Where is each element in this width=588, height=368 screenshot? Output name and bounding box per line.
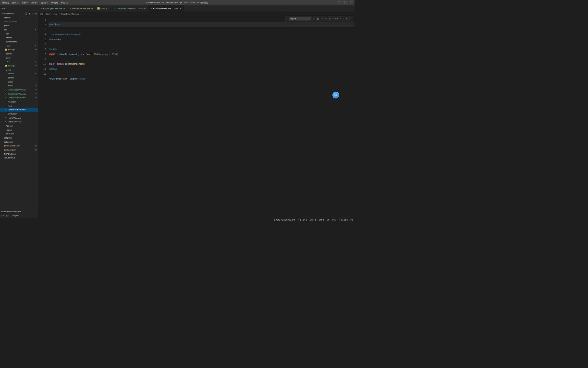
js-file-icon (5, 48, 7, 51)
explorer-header[interactable]: UE3-MANAGE (0, 12, 38, 16)
find-prev-icon[interactable]: ↑ (339, 18, 341, 20)
git-status-badge: M (35, 49, 36, 51)
project-name: UE3-MANAGE (1, 13, 14, 15)
tree-item[interactable]: index.html (0, 140, 38, 144)
tree-item[interactable]: map (0, 104, 38, 108)
tree-item[interactable]: node_modules (0, 20, 38, 24)
tree-item[interactable]: VExcelIndexView.vue (0, 108, 38, 112)
refresh-icon[interactable] (32, 13, 34, 15)
tree-item[interactable]: VLoginView.vue (0, 120, 38, 124)
menu-edit[interactable]: 编辑(E) (1, 0, 10, 5)
tree-item[interactable]: api (0, 32, 38, 36)
tree-item[interactable]: package-lock.jsonM (0, 144, 38, 148)
tree-item[interactable]: gitignore (0, 136, 38, 140)
find-filter-icon[interactable]: ≡ (346, 18, 348, 20)
status-ts[interactable]: TS (350, 219, 353, 221)
menu-select[interactable]: 选择(S) (10, 0, 20, 5)
menu-terminal[interactable]: 终端(T) (50, 0, 59, 5)
vue-file-icon: V (5, 117, 7, 119)
tree-item[interactable]: index.jsU (0, 64, 38, 68)
status-encoding[interactable]: UTF-8 (318, 219, 324, 221)
statusbar: Auto Format Vue: Off 行 1，列 1 空格: 2 UTF-8… (0, 217, 354, 222)
tree-item[interactable]: index.jsM (0, 48, 38, 52)
component-preview-header[interactable]: OMPONENT PREVIEW (0, 210, 38, 214)
breadcrumbs[interactable]: src›views›map›V ExcelIndexView.vue›... (38, 12, 354, 16)
folder-icon (5, 84, 7, 87)
tree-item[interactable]: editor (0, 80, 38, 84)
new-file-icon[interactable] (25, 13, 27, 15)
tree-item[interactable]: service (0, 52, 38, 56)
status-cursor-pos[interactable]: 行 1，列 1 (298, 218, 307, 221)
tree-item[interactable]: components (0, 40, 38, 44)
layout-toggle-panel-icon[interactable] (337, 2, 340, 4)
find-next-icon[interactable]: ↓ (342, 18, 344, 20)
find-toggle-icon[interactable]: › (286, 18, 288, 20)
menu-view[interactable]: 查看(V) (20, 0, 30, 5)
whole-word-icon[interactable]: ab (316, 17, 319, 20)
minimap[interactable] (352, 22, 354, 34)
tree-item[interactable]: src (0, 28, 38, 32)
tree-item[interactable]: main.js (0, 128, 38, 132)
new-folder-icon[interactable] (29, 13, 31, 15)
tree-item[interactable]: production (0, 112, 38, 116)
editor-tab[interactable]: index.jsU (95, 5, 112, 12)
breadcrumb-item[interactable]: map (53, 13, 57, 15)
menu-run[interactable]: 运行(R) (40, 0, 50, 5)
tree-item[interactable]: package.jsonM (0, 148, 38, 152)
tree-item[interactable]: README.md (0, 152, 38, 156)
find-close-icon[interactable]: ✕ (349, 18, 351, 20)
layout-toggle-right-icon[interactable] (345, 2, 347, 4)
editor-tab[interactable]: VExcelIndexView.vue...\excelU (113, 5, 148, 12)
status-spaces[interactable]: 空格: 2 (310, 218, 316, 221)
tree-item[interactable]: VHomeView.vue (0, 116, 38, 120)
editor-tab[interactable]: VBannerListView.vueM (67, 5, 95, 12)
tree-item[interactable]: VExcelExportView.vueU (0, 88, 38, 92)
sidebar-more-icon[interactable]: ⋯ (34, 7, 36, 10)
menu-go[interactable]: 转到(G) (30, 0, 40, 5)
tree-item-label: components (6, 40, 17, 43)
tree-item-label: index.js (8, 49, 15, 51)
tab-path: ...\excel (137, 8, 143, 9)
tree-item[interactable]: manager (0, 100, 38, 104)
layout-customize-icon[interactable] (351, 2, 353, 4)
breadcrumb-item[interactable]: ... (82, 13, 83, 15)
breadcrumb-item[interactable]: ExcelIndexView.vue (61, 13, 79, 15)
tree-item-label: vscode (4, 16, 10, 19)
tree-item[interactable]: vscode (0, 16, 38, 20)
status-autoformat[interactable]: Auto Format Vue: Off (274, 219, 295, 221)
tree-item[interactable]: public (0, 24, 38, 28)
tree-item[interactable]: vite.config.js (0, 156, 38, 160)
tree-item[interactable]: router (0, 44, 38, 48)
tree-item[interactable]: echarts (0, 76, 38, 80)
editor-tab[interactable]: VExcelIndexView.vue...\map✕ (148, 5, 184, 12)
tree-item[interactable]: utils (0, 60, 38, 64)
tree-item[interactable]: banner (0, 72, 38, 76)
status-eol[interactable]: LF (327, 219, 329, 221)
file-tree[interactable]: vscodenode_modulespublicsrcapiassetscomp… (0, 16, 38, 210)
code-content[interactable]: <template> <router-view></router-view> <… (49, 16, 354, 217)
match-case-icon[interactable]: Aa (312, 17, 315, 20)
editor-tab[interactable]: VExcelExportView.vueU (38, 5, 67, 12)
tree-item[interactable]: App.vue (0, 124, 38, 128)
collapse-all-icon[interactable] (35, 13, 37, 15)
editor-body: 123456789101112 <template> <router-view>… (38, 16, 354, 217)
breadcrumb-item[interactable]: views (45, 13, 51, 15)
tab-close-icon[interactable]: ✕ (180, 7, 182, 10)
status-language[interactable]: Vue (332, 219, 336, 221)
layout-toggle-sidebar-icon[interactable] (341, 2, 343, 4)
menu-help[interactable]: 帮助(H) (59, 0, 69, 5)
regex-icon[interactable]: .* (321, 17, 324, 20)
breadcrumb-item[interactable]: src (40, 13, 43, 15)
tree-item-label: banner (8, 73, 14, 75)
tree-item[interactable]: assets (0, 36, 38, 40)
tree-item[interactable]: VExcelIndexView.vueU (0, 96, 38, 100)
status-golive[interactable]: Go Live (338, 219, 348, 221)
find-widget: › Aa ab .* 第 ? 项，共 1 项 ↑ ↓ ≡ ✕ (285, 16, 352, 21)
find-input[interactable] (289, 17, 311, 20)
tree-item[interactable]: excel (0, 84, 38, 88)
tree-item[interactable]: views (0, 68, 38, 72)
tree-item-label: map (8, 105, 12, 107)
tree-item[interactable]: store (0, 56, 38, 60)
tree-item[interactable]: VExcelImportView.vueU (0, 92, 38, 96)
tree-item[interactable]: style.css (0, 132, 38, 136)
